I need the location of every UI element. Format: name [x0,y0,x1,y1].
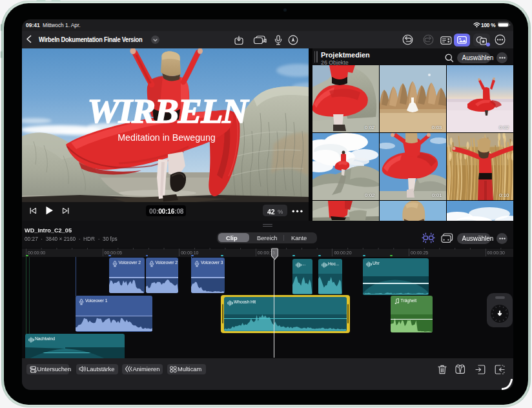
svg-text:Meditation in Bewegung: Meditation in Bewegung [118,132,215,143]
svg-text:WIRBELN: WIRBELN [87,92,249,130]
